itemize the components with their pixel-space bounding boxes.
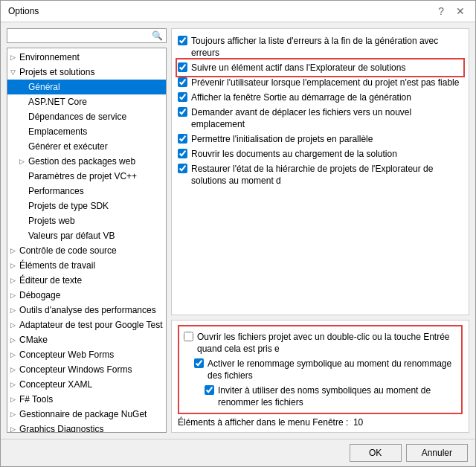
option-row-0: Toujours afficher la liste d'erreurs à l… [178,33,463,60]
tree-item-nuget[interactable]: ▷Gestionnaire de package NuGet [7,407,166,422]
tree-item-label-vb: Valeurs par défaut VB [28,229,115,242]
option2-row-2: Inviter à utiliser des noms symboliques … [184,383,457,410]
tree-item-gdiag[interactable]: ▷Graphics Diagnostics [7,422,166,433]
ok-button[interactable]: OK [350,444,402,462]
tree-item-label-cxaml: Concepteur XAML [19,378,92,391]
tree-item-cxaml[interactable]: ▷Concepteur XAML [7,377,166,392]
tree-item-label-elem: Éléments de travail [19,259,95,272]
tree-item-label-gestion: Gestion des packages web [28,155,135,168]
red-arrow-annotation: ➤ [171,60,173,72]
expand-icon-cwebf: ▷ [10,348,18,361]
help-title-btn[interactable]: ? [435,5,447,17]
tree-item-label-empl: Emplacements [28,125,87,138]
tree-item-edit[interactable]: ▷Éditeur de texte [7,273,166,288]
tree-item-label-outils: Outils d'analyse des performances [19,303,156,317]
expand-icon-gdiag: ▷ [10,422,18,433]
option-checkbox-1[interactable] [178,62,187,72]
tree-container[interactable]: ▷Environnement▽Projets et solutionsGénér… [7,48,167,433]
expand-icon-outils: ▷ [10,303,18,317]
tree-item-cwebf[interactable]: ▷Concepteur Web Forms [7,347,166,362]
option-row-5: Permettre l'initialisation de projets en… [178,132,463,146]
expand-icon-cxaml: ▷ [10,378,18,391]
search-box[interactable]: 🔍 [7,28,167,43]
option2-checkbox-0[interactable] [184,332,193,341]
tree-item-label-web: Projets web [28,214,75,228]
tree-item-debug[interactable]: ▷Débogage [7,288,166,303]
options-section-1: Toujours afficher la liste d'erreurs à l… [171,28,469,315]
tree-item-label-perf: Performances [28,184,84,198]
tree-item-label-aspnet: ASP.NET Core [28,95,87,109]
tree-item-label-params: Paramètres de projet VC++ [28,170,137,183]
expand-icon-projets: ▽ [10,65,18,79]
content-area: 🔍 ▷Environnement▽Projets et solutionsGén… [1,22,475,439]
right-panel: Toujours afficher la liste d'erreurs à l… [171,28,469,433]
tree-item-label-env: Environnement [19,51,80,64]
tree-item-adapt[interactable]: ▷Adaptateur de test pour Google Test [7,318,166,332]
tree-item-perf[interactable]: Performances [7,184,166,199]
tree-item-vb[interactable]: Valeurs par défaut VB [7,228,166,243]
option2-label-0: Ouvrir les fichiers projet avec un doubl… [197,331,457,355]
tree-item-gen[interactable]: Générer et exécuter [7,139,166,154]
tree-item-deps[interactable]: Dépendances de service [7,109,166,124]
option-label-4: Demander avant de déplacer les fichiers … [191,106,463,130]
search-input[interactable] [10,30,152,41]
tree-item-label-sdk: Projets de type SDK [28,199,109,213]
option-row-6: Rouvrir les documents au chargement de l… [178,146,463,161]
option-label-5: Permettre l'initialisation de projets en… [191,133,463,145]
tree-item-projets[interactable]: ▽Projets et solutions [7,65,166,80]
option-label-7: Restaurer l'état de la hiérarchie de pro… [191,163,463,187]
option-checkbox-5[interactable] [178,134,187,144]
option2-row-1: Activer le renommage symbolique au momen… [184,356,457,383]
tree-item-web[interactable]: Projets web [7,213,166,228]
option-checkbox-6[interactable] [178,149,187,158]
tree-item-label-projets: Projets et solutions [19,65,94,79]
tree-item-label-cmake: CMake [19,333,48,347]
tree-item-ctrl[interactable]: ▷Contrôle de code source [7,243,166,258]
tree-item-env[interactable]: ▷Environnement [7,50,166,65]
tree-item-label-adapt: Adaptateur de test pour Google Test [19,318,163,332]
tree-item-aspnet[interactable]: ASP.NET Core [7,94,166,109]
option2-label-1: Activer le renommage symbolique au momen… [208,358,457,381]
option-row-2: Prévenir l'utilisateur lorsque l'emplace… [178,75,463,90]
option-checkbox-2[interactable] [178,77,187,87]
expand-icon-fsharp: ▷ [10,393,18,406]
section2-inner: Ouvrir les fichiers projet avec un doubl… [178,325,463,414]
tree-item-cwinf[interactable]: ▷Concepteur Windows Forms [7,362,166,377]
option-checkbox-3[interactable] [178,92,187,102]
tree-item-params[interactable]: Paramètres de projet VC++ [7,169,166,184]
expand-icon-gestion: ▷ [19,155,27,168]
expand-icon-nuget: ▷ [10,408,18,421]
title-bar-buttons: ? ✕ [435,5,468,17]
option2-checkbox-2[interactable] [205,385,214,395]
tree-item-label-cwinf: Concepteur Windows Forms [19,363,132,376]
title-bar: Options ? ✕ [1,1,475,22]
option-checkbox-7[interactable] [178,164,187,173]
tree-item-label-fsharp: F# Tools [19,393,53,406]
option-label-2: Prévenir l'utilisateur lorsque l'emplace… [191,77,463,88]
close-title-btn[interactable]: ✕ [453,5,468,17]
tree-item-empl[interactable]: Emplacements [7,124,166,139]
option-label-1: Suivre un élément actif dans l'Explorate… [191,62,463,74]
dialog-title: Options [8,6,39,16]
search-icon: 🔍 [152,30,163,41]
tree-item-sdk[interactable]: Projets de type SDK [7,199,166,213]
options-section-2: ? Ouvrir les fichiers projet avec un dou… [171,320,469,433]
option-row-4: Demander avant de déplacer les fichiers … [178,105,463,132]
option2-checkbox-1[interactable] [194,358,204,368]
tree-item-label-gen: Générer et exécuter [28,140,108,153]
bottom-bar: OK Annuler [1,439,475,466]
expand-icon-elem: ▷ [10,259,18,272]
option-checkbox-4[interactable] [178,107,187,117]
footer-label: Éléments à afficher dans le menu Fenêtre… [178,417,463,428]
tree-item-cmake[interactable]: ▷CMake [7,332,166,347]
expand-icon-edit: ▷ [10,274,18,287]
tree-item-fsharp[interactable]: ▷F# Tools [7,392,166,407]
cancel-button[interactable]: Annuler [406,444,468,462]
tree-item-gestion[interactable]: ▷Gestion des packages web [7,154,166,169]
tree-item-label-deps: Dépendances de service [28,110,126,123]
tree-item-elem[interactable]: ▷Éléments de travail [7,258,166,273]
option-row-7: Restaurer l'état de la hiérarchie de pro… [178,161,463,188]
option-checkbox-0[interactable] [178,36,187,45]
tree-item-outils[interactable]: ▷Outils d'analyse des performances [7,303,166,318]
tree-item-general[interactable]: Général [7,80,166,94]
